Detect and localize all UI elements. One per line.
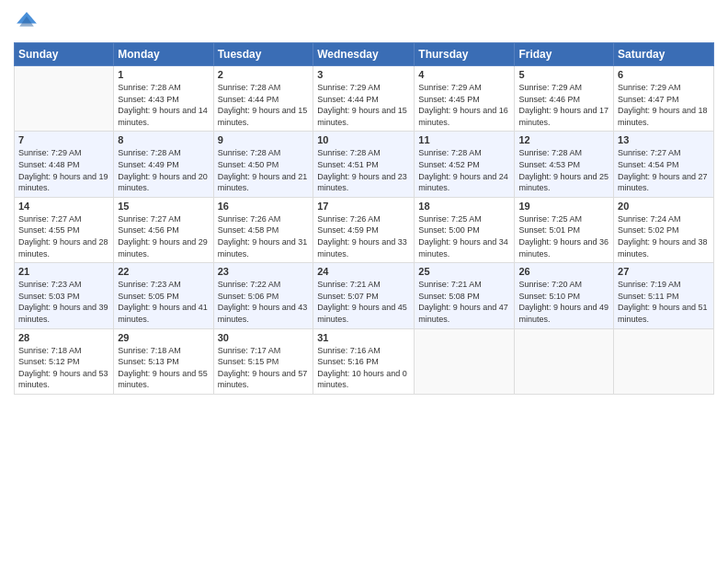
day-info: Sunrise: 7:28 AMSunset: 4:44 PMDaylight:…	[218, 82, 310, 128]
day-number: 8	[118, 134, 209, 145]
day-number: 21	[18, 266, 109, 277]
day-info: Sunrise: 7:18 AMSunset: 5:13 PMDaylight:…	[118, 345, 209, 391]
day-header-tuesday: Tuesday	[213, 43, 313, 66]
day-header-friday: Friday	[515, 43, 614, 66]
day-number: 4	[418, 69, 510, 80]
day-number: 15	[118, 201, 209, 212]
day-number: 18	[418, 201, 510, 212]
day-info: Sunrise: 7:28 AMSunset: 4:49 PMDaylight:…	[118, 147, 209, 193]
day-info: Sunrise: 7:29 AMSunset: 4:44 PMDaylight:…	[317, 82, 410, 128]
calendar-week-1: 1Sunrise: 7:28 AMSunset: 4:43 PMDaylight…	[15, 66, 714, 132]
calendar-cell: 1Sunrise: 7:28 AMSunset: 4:43 PMDaylight…	[114, 66, 213, 132]
day-header-wednesday: Wednesday	[313, 43, 415, 66]
day-header-monday: Monday	[114, 43, 213, 66]
day-info: Sunrise: 7:29 AMSunset: 4:48 PMDaylight:…	[18, 147, 109, 193]
calendar-cell: 12Sunrise: 7:28 AMSunset: 4:53 PMDayligh…	[515, 132, 614, 197]
calendar-week-3: 14Sunrise: 7:27 AMSunset: 4:55 PMDayligh…	[15, 197, 714, 262]
day-header-saturday: Saturday	[614, 43, 714, 66]
day-info: Sunrise: 7:28 AMSunset: 4:53 PMDaylight:…	[518, 147, 609, 193]
day-number: 28	[18, 332, 109, 343]
calendar-cell: 14Sunrise: 7:27 AMSunset: 4:55 PMDayligh…	[15, 197, 114, 262]
day-number: 6	[618, 69, 710, 80]
day-info: Sunrise: 7:18 AMSunset: 5:12 PMDaylight:…	[18, 345, 109, 391]
day-info: Sunrise: 7:27 AMSunset: 4:55 PMDaylight:…	[18, 213, 109, 259]
calendar-cell: 3Sunrise: 7:29 AMSunset: 4:44 PMDaylight…	[313, 66, 415, 132]
calendar-cell: 23Sunrise: 7:22 AMSunset: 5:06 PMDayligh…	[213, 263, 313, 328]
day-number: 2	[218, 69, 310, 80]
day-number: 3	[317, 69, 410, 80]
calendar-cell	[515, 328, 614, 394]
calendar-week-5: 28Sunrise: 7:18 AMSunset: 5:12 PMDayligh…	[15, 328, 714, 394]
calendar-cell: 10Sunrise: 7:28 AMSunset: 4:51 PMDayligh…	[313, 132, 415, 197]
day-info: Sunrise: 7:28 AMSunset: 4:51 PMDaylight:…	[317, 147, 410, 193]
calendar-cell: 29Sunrise: 7:18 AMSunset: 5:13 PMDayligh…	[114, 328, 213, 394]
day-number: 22	[118, 266, 209, 277]
day-number: 13	[618, 134, 710, 145]
day-number: 14	[18, 201, 109, 212]
day-info: Sunrise: 7:16 AMSunset: 5:16 PMDaylight:…	[317, 345, 410, 391]
day-number: 10	[317, 134, 410, 145]
day-number: 31	[317, 332, 410, 343]
day-info: Sunrise: 7:25 AMSunset: 5:00 PMDaylight:…	[418, 213, 510, 259]
day-number: 26	[518, 266, 609, 277]
day-number: 12	[518, 134, 609, 145]
page-container: SundayMondayTuesdayWednesdayThursdayFrid…	[0, 0, 728, 563]
day-info: Sunrise: 7:23 AMSunset: 5:03 PMDaylight:…	[18, 279, 109, 325]
day-info: Sunrise: 7:28 AMSunset: 4:43 PMDaylight:…	[118, 82, 209, 128]
day-info: Sunrise: 7:26 AMSunset: 4:59 PMDaylight:…	[317, 213, 410, 259]
day-info: Sunrise: 7:27 AMSunset: 4:56 PMDaylight:…	[118, 213, 209, 259]
calendar-cell: 4Sunrise: 7:29 AMSunset: 4:45 PMDaylight…	[415, 66, 515, 132]
day-info: Sunrise: 7:27 AMSunset: 4:54 PMDaylight:…	[618, 147, 710, 193]
calendar-cell: 18Sunrise: 7:25 AMSunset: 5:00 PMDayligh…	[415, 197, 515, 262]
calendar-cell: 19Sunrise: 7:25 AMSunset: 5:01 PMDayligh…	[515, 197, 614, 262]
day-header-sunday: Sunday	[15, 43, 114, 66]
calendar-cell: 30Sunrise: 7:17 AMSunset: 5:15 PMDayligh…	[213, 328, 313, 394]
calendar-cell: 16Sunrise: 7:26 AMSunset: 4:58 PMDayligh…	[213, 197, 313, 262]
day-number: 23	[218, 266, 310, 277]
calendar-cell: 5Sunrise: 7:29 AMSunset: 4:46 PMDaylight…	[515, 66, 614, 132]
calendar-cell: 26Sunrise: 7:20 AMSunset: 5:10 PMDayligh…	[515, 263, 614, 328]
calendar-week-4: 21Sunrise: 7:23 AMSunset: 5:03 PMDayligh…	[15, 263, 714, 328]
calendar-cell	[415, 328, 515, 394]
calendar-cell: 31Sunrise: 7:16 AMSunset: 5:16 PMDayligh…	[313, 328, 415, 394]
calendar-cell: 24Sunrise: 7:21 AMSunset: 5:07 PMDayligh…	[313, 263, 415, 328]
logo	[14, 9, 43, 35]
day-info: Sunrise: 7:21 AMSunset: 5:07 PMDaylight:…	[317, 279, 410, 325]
day-info: Sunrise: 7:24 AMSunset: 5:02 PMDaylight:…	[618, 213, 710, 259]
calendar-cell: 7Sunrise: 7:29 AMSunset: 4:48 PMDaylight…	[15, 132, 114, 197]
day-number: 11	[418, 134, 510, 145]
calendar-cell: 21Sunrise: 7:23 AMSunset: 5:03 PMDayligh…	[15, 263, 114, 328]
calendar-header-row: SundayMondayTuesdayWednesdayThursdayFrid…	[15, 43, 714, 66]
logo-icon	[14, 9, 40, 35]
day-info: Sunrise: 7:20 AMSunset: 5:10 PMDaylight:…	[518, 279, 609, 325]
day-number: 24	[317, 266, 410, 277]
day-number: 17	[317, 201, 410, 212]
day-number: 5	[518, 69, 609, 80]
day-number: 30	[218, 332, 310, 343]
calendar-table: SundayMondayTuesdayWednesdayThursdayFrid…	[14, 42, 714, 395]
day-info: Sunrise: 7:29 AMSunset: 4:46 PMDaylight:…	[518, 82, 609, 128]
day-number: 25	[418, 266, 510, 277]
day-info: Sunrise: 7:29 AMSunset: 4:47 PMDaylight:…	[618, 82, 710, 128]
day-info: Sunrise: 7:29 AMSunset: 4:45 PMDaylight:…	[418, 82, 510, 128]
day-number: 16	[218, 201, 310, 212]
day-number: 29	[118, 332, 209, 343]
day-header-thursday: Thursday	[415, 43, 515, 66]
day-info: Sunrise: 7:28 AMSunset: 4:50 PMDaylight:…	[218, 147, 310, 193]
day-info: Sunrise: 7:28 AMSunset: 4:52 PMDaylight:…	[418, 147, 510, 193]
day-number: 1	[118, 69, 209, 80]
day-number: 9	[218, 134, 310, 145]
calendar-cell: 17Sunrise: 7:26 AMSunset: 4:59 PMDayligh…	[313, 197, 415, 262]
day-number: 7	[18, 134, 109, 145]
calendar-cell: 9Sunrise: 7:28 AMSunset: 4:50 PMDaylight…	[213, 132, 313, 197]
day-number: 20	[618, 201, 710, 212]
calendar-cell: 13Sunrise: 7:27 AMSunset: 4:54 PMDayligh…	[614, 132, 714, 197]
calendar-cell	[15, 66, 114, 132]
day-info: Sunrise: 7:23 AMSunset: 5:05 PMDaylight:…	[118, 279, 209, 325]
day-info: Sunrise: 7:22 AMSunset: 5:06 PMDaylight:…	[218, 279, 310, 325]
day-info: Sunrise: 7:19 AMSunset: 5:11 PMDaylight:…	[618, 279, 710, 325]
day-number: 19	[518, 201, 609, 212]
day-info: Sunrise: 7:26 AMSunset: 4:58 PMDaylight:…	[218, 213, 310, 259]
calendar-week-2: 7Sunrise: 7:29 AMSunset: 4:48 PMDaylight…	[15, 132, 714, 197]
calendar-cell: 15Sunrise: 7:27 AMSunset: 4:56 PMDayligh…	[114, 197, 213, 262]
